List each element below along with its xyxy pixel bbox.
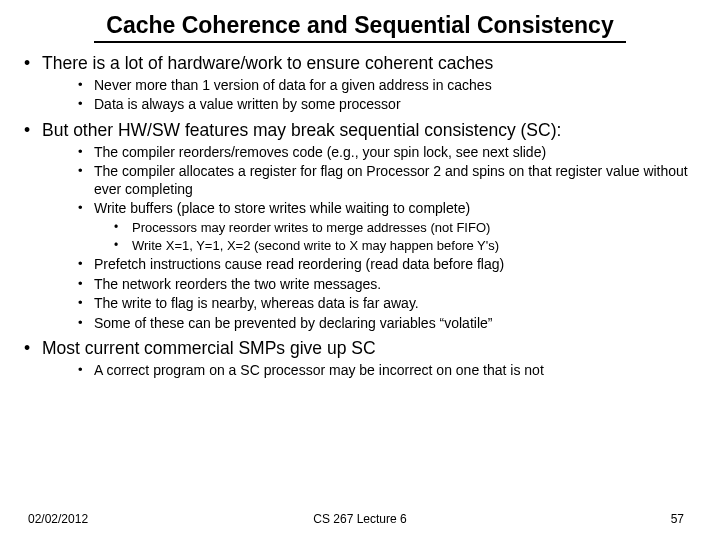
bullet-text: Never more than 1 version of data for a … <box>94 77 492 93</box>
bullet-text: Data is always a value written by some p… <box>94 96 401 112</box>
bullet-text: Write X=1, Y=1, X=2 (second write to X m… <box>132 238 499 253</box>
bullet-l2: Some of these can be prevented by declar… <box>78 315 696 333</box>
bullet-text: The compiler allocates a register for fl… <box>94 163 688 197</box>
footer-center: CS 267 Lecture 6 <box>0 512 720 526</box>
bullet-text: Most current commercial SMPs give up SC <box>42 338 376 358</box>
bullet-text: The compiler reorders/removes code (e.g.… <box>94 144 546 160</box>
bullet-text: There is a lot of hardware/work to ensur… <box>42 53 493 73</box>
bullet-l2: Data is always a value written by some p… <box>78 96 696 114</box>
bullet-l1: But other HW/SW features may break seque… <box>24 120 696 332</box>
bullet-text: A correct program on a SC processor may … <box>94 362 544 378</box>
bullet-text: Some of these can be prevented by declar… <box>94 315 492 331</box>
bullet-l2: The compiler reorders/removes code (e.g.… <box>78 144 696 162</box>
bullet-l2: The network reorders the two write messa… <box>78 276 696 294</box>
bullet-l1: Most current commercial SMPs give up SC … <box>24 338 696 379</box>
bullet-l2: The compiler allocates a register for fl… <box>78 163 696 198</box>
bullet-l2: Never more than 1 version of data for a … <box>78 77 696 95</box>
bullet-text: But other HW/SW features may break seque… <box>42 120 561 140</box>
bullet-text: Prefetch instructions cause read reorder… <box>94 256 504 272</box>
slide-title: Cache Coherence and Sequential Consisten… <box>94 12 625 43</box>
bullet-l2: The write to flag is nearby, whereas dat… <box>78 295 696 313</box>
bullet-l2: A correct program on a SC processor may … <box>78 362 696 380</box>
bullet-list: There is a lot of hardware/work to ensur… <box>24 53 696 380</box>
bullet-text: The write to flag is nearby, whereas dat… <box>94 295 419 311</box>
bullet-l2: Write buffers (place to store writes whi… <box>78 200 696 254</box>
bullet-text: The network reorders the two write messa… <box>94 276 381 292</box>
bullet-text: Write buffers (place to store writes whi… <box>94 200 470 216</box>
bullet-l2: Prefetch instructions cause read reorder… <box>78 256 696 274</box>
bullet-l3: Write X=1, Y=1, X=2 (second write to X m… <box>114 238 696 254</box>
bullet-l3: Processors may reorder writes to merge a… <box>114 220 696 236</box>
bullet-l1: There is a lot of hardware/work to ensur… <box>24 53 696 114</box>
slide: Cache Coherence and Sequential Consisten… <box>0 0 720 540</box>
footer-page: 57 <box>671 512 684 526</box>
bullet-text: Processors may reorder writes to merge a… <box>132 220 490 235</box>
